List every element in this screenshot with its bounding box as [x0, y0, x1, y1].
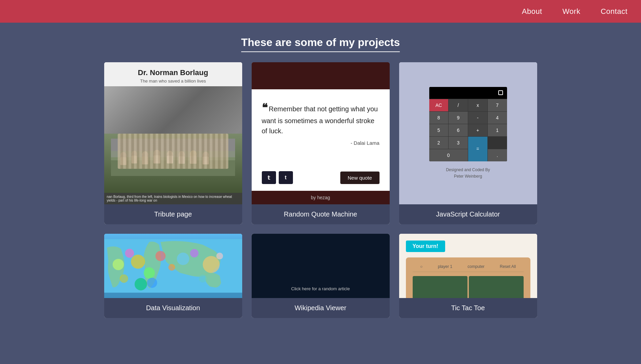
tumblr-button[interactable]: t — [279, 171, 293, 184]
svg-point-28 — [125, 249, 134, 258]
calc-display-icon — [498, 90, 503, 95]
calc-btn-ac[interactable]: AC — [429, 99, 449, 111]
wiki-click-text: Click here for a random article — [291, 286, 350, 291]
quote-text: ❝Remember that not getting what you want… — [262, 99, 380, 136]
calc-btn-3[interactable]: 3 — [449, 137, 468, 149]
svg-point-23 — [190, 249, 198, 257]
calc-preview-wrap: AC / x 7 8 9 - 4 5 6 + 1 — [399, 62, 537, 204]
svg-rect-18 — [203, 157, 209, 164]
svg-point-5 — [131, 151, 137, 157]
quote-label: Random Quote Machine — [252, 204, 390, 224]
svg-point-7 — [142, 151, 148, 158]
calc-btn-8[interactable]: 8 — [429, 112, 449, 124]
navbar: About Work Contact — [0, 0, 641, 23]
svg-rect-10 — [154, 155, 160, 163]
quote-author: - Dalai Lama — [262, 140, 380, 146]
ttt-player1: player 1 — [438, 264, 452, 269]
nav-contact[interactable]: Contact — [601, 7, 627, 16]
svg-point-21 — [155, 251, 165, 261]
calc-btn-6[interactable]: 6 — [449, 124, 468, 136]
svg-point-17 — [203, 152, 209, 158]
svg-point-20 — [131, 255, 145, 269]
svg-point-26 — [203, 256, 220, 273]
tribute-caption: nan Borlaug, third from the left, trains… — [104, 193, 242, 204]
calc-btn-minus[interactable]: - — [468, 112, 487, 124]
map-preview-wrap — [104, 234, 242, 298]
ttt-reset[interactable]: Reset All — [500, 264, 516, 269]
calc-btn-7[interactable]: 7 — [488, 99, 507, 111]
calc-btn-2[interactable]: 2 — [429, 137, 449, 149]
svg-rect-4 — [120, 157, 126, 165]
quote-preview: ❝Remember that not getting what you want… — [252, 62, 390, 204]
svg-point-25 — [168, 264, 175, 271]
tribute-subtitle: The man who saved a billion lives — [111, 78, 235, 84]
ttt-scores: ○ player 1 computer Reset All — [413, 264, 524, 272]
twitter-icon: 𝕥 — [268, 175, 270, 181]
svg-point-13 — [179, 151, 185, 158]
calc-buttons-grid: AC / x 7 8 9 - 4 5 6 + 1 — [429, 99, 507, 161]
svg-point-24 — [143, 267, 155, 278]
nav-work[interactable]: Work — [563, 7, 580, 16]
card-data-viz[interactable]: Data Visualization — [104, 234, 242, 318]
svg-point-31 — [216, 253, 223, 259]
calc-btn-divide[interactable]: / — [449, 99, 468, 111]
calc-btn-9[interactable]: 9 — [449, 112, 468, 124]
svg-point-30 — [147, 278, 157, 288]
calc-btn-equals-right[interactable]: = — [468, 137, 487, 161]
ttt-preview-wrap: Your turn! ○ player 1 computer Reset All… — [399, 234, 537, 298]
wiki-preview-wrap: Click here for a random article — [252, 234, 390, 298]
svg-point-9 — [154, 150, 160, 157]
svg-rect-1 — [111, 157, 235, 176]
tribute-title: Dr. Norman Borlaug — [111, 68, 235, 77]
calc-btn-1[interactable]: 1 — [488, 124, 507, 136]
tribute-label: Tribute page — [104, 204, 242, 224]
svg-point-32 — [134, 278, 147, 291]
calc-btn-plus[interactable]: + — [468, 124, 487, 136]
ttt-computer: computer — [467, 264, 484, 269]
svg-point-11 — [167, 151, 173, 157]
ttt-label: Tic Tac Toe — [399, 298, 537, 318]
twitter-button[interactable]: 𝕥 — [262, 171, 276, 184]
svg-rect-6 — [131, 156, 137, 163]
card-tribute-page[interactable]: Dr. Norman Borlaug The man who saved a b… — [104, 62, 242, 224]
data-viz-label: Data Visualization — [104, 298, 242, 318]
calc-btn-4[interactable]: 4 — [488, 112, 507, 124]
calc-btn-multiply[interactable]: x — [468, 99, 487, 111]
calc-credit: Designed and Coded By Peter Weinberg — [446, 167, 490, 180]
calc-btn-dot[interactable]: . — [488, 149, 507, 161]
nav-about[interactable]: About — [522, 7, 542, 16]
card-wikipedia[interactable]: Click here for a random article Wikipedi… — [252, 234, 390, 318]
quote-dark-header — [252, 62, 390, 89]
svg-point-22 — [177, 253, 189, 265]
svg-rect-16 — [190, 156, 197, 164]
projects-grid: Dr. Norman Borlaug The man who saved a b… — [84, 62, 557, 338]
new-quote-button[interactable]: New quote — [340, 172, 380, 184]
svg-rect-2 — [111, 151, 235, 160]
svg-point-3 — [120, 152, 126, 159]
tumblr-icon: t — [285, 175, 287, 181]
quote-actions: 𝕥 t New quote — [262, 171, 380, 184]
calc-btn-0[interactable]: 0 — [429, 149, 468, 161]
svg-rect-14 — [179, 156, 185, 164]
calculator: AC / x 7 8 9 - 4 5 6 + 1 — [429, 87, 507, 161]
ttt-cell-x: ✕ — [413, 276, 467, 298]
card-calculator[interactable]: AC / x 7 8 9 - 4 5 6 + 1 — [399, 62, 537, 224]
ttt-grid: ✕ ○ — [413, 276, 524, 298]
svg-point-27 — [112, 259, 123, 270]
tribute-preview: Dr. Norman Borlaug The man who saved a b… — [104, 62, 242, 204]
svg-point-33 — [119, 274, 128, 283]
svg-point-15 — [190, 150, 197, 158]
card-random-quote[interactable]: ❝Remember that not getting what you want… — [252, 62, 390, 224]
svg-rect-12 — [167, 156, 173, 163]
calc-btn-5[interactable]: 5 — [429, 124, 449, 136]
quote-mark-icon: ❝ — [262, 101, 268, 114]
quote-attribution: by hezag — [252, 191, 390, 204]
page-title: These are some of my projects — [241, 36, 400, 52]
svg-rect-8 — [142, 156, 148, 164]
quote-social-buttons: 𝕥 t — [262, 171, 293, 184]
svg-point-29 — [199, 275, 206, 282]
calc-label: JavaScript Calculator — [399, 204, 537, 224]
card-tictactoe[interactable]: Your turn! ○ player 1 computer Reset All… — [399, 234, 537, 318]
ttt-score-label-circle: ○ — [420, 264, 422, 269]
page-title-section: These are some of my projects — [0, 23, 641, 62]
